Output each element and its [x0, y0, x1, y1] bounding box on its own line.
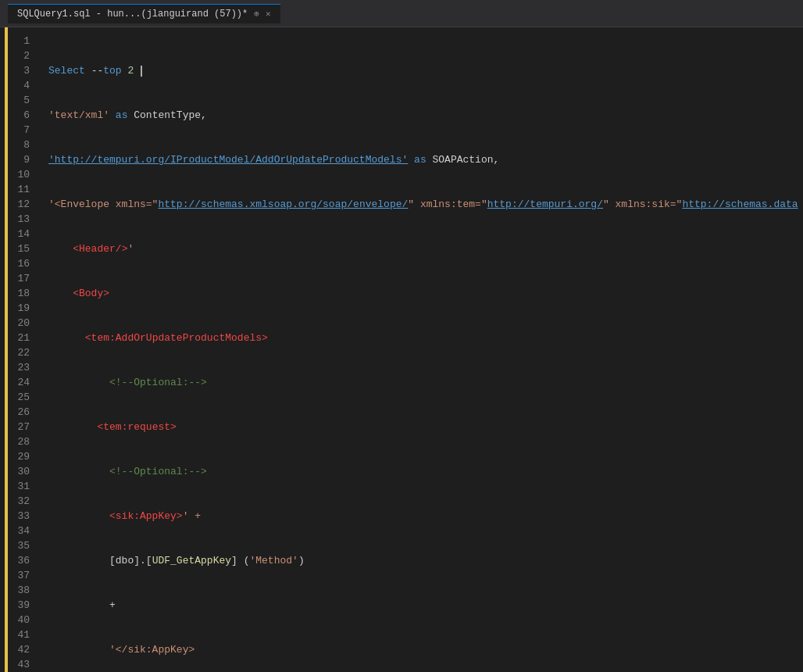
line-number: 10 [14, 167, 30, 182]
editor-container: 1 2 3 4 5 6 7 8 9 10 11 12 13 14 15 16 1… [0, 27, 803, 672]
line-number: 18 [14, 286, 30, 301]
code-line-4: '<Envelope xmlns="http://schemas.xmlsoap… [45, 197, 803, 212]
line-number: 31 [14, 479, 30, 494]
code-line-11: <sik:AppKey>' + [45, 509, 803, 524]
line-number: 32 [14, 494, 30, 509]
line-number: 40 [14, 613, 30, 627]
code-line-8: <!--Optional:--> [45, 375, 803, 390]
line-number: 43 [14, 657, 30, 672]
line-number: 34 [14, 524, 30, 538]
line-number: 12 [14, 197, 30, 212]
code-editor[interactable]: Select --top 2 'text/xml' as ContentType… [39, 27, 803, 672]
line-number: 5 [14, 93, 30, 108]
code-line-3: 'http://tempuri.org/IProductModel/AddOrU… [45, 152, 803, 167]
line-number: 11 [14, 182, 30, 197]
line-number: 20 [14, 316, 30, 331]
line-number: 42 [14, 642, 30, 657]
pin-icon[interactable]: ⊕ [254, 9, 259, 19]
line-number: 21 [14, 331, 30, 345]
line-number: 26 [14, 405, 30, 420]
line-number: 37 [14, 568, 30, 583]
line-number: 17 [14, 271, 30, 286]
line-number: 41 [14, 627, 30, 642]
line-number: 2 [14, 48, 30, 63]
line-number: 19 [14, 301, 30, 316]
code-line-2: 'text/xml' as ContentType, [45, 108, 803, 123]
line-number: 4 [14, 78, 30, 93]
line-number: 1 [14, 34, 30, 48]
code-line-9: <tem:request> [45, 420, 803, 434]
title-bar: SQLQuery1.sql - hun...(jlanguirand (57))… [0, 0, 803, 27]
code-line-5: <Header/>' [45, 241, 803, 256]
line-number: 14 [14, 227, 30, 241]
line-number: 23 [14, 360, 30, 375]
tab-label: SQLQuery1.sql - hun...(jlanguirand (57))… [17, 9, 248, 20]
line-number: 13 [14, 212, 30, 227]
line-number: 16 [14, 256, 30, 271]
line-number: 36 [14, 553, 30, 568]
line-number: 15 [14, 241, 30, 256]
code-line-7: <tem:AddOrUpdateProductModels> [45, 331, 803, 345]
line-number: 7 [14, 123, 30, 138]
code-line-13: + [45, 598, 803, 613]
close-icon[interactable]: ✕ [266, 9, 271, 19]
line-number: 27 [14, 420, 30, 434]
line-number: 8 [14, 138, 30, 152]
line-number: 35 [14, 538, 30, 553]
line-number: 25 [14, 390, 30, 405]
editor-tab[interactable]: SQLQuery1.sql - hun...(jlanguirand (57))… [8, 4, 280, 23]
line-number: 24 [14, 375, 30, 390]
line-number: 28 [14, 434, 30, 449]
line-number: 6 [14, 108, 30, 123]
line-number: 3 [14, 63, 30, 78]
line-number: 39 [14, 598, 30, 613]
line-number: 22 [14, 345, 30, 360]
line-number: 9 [14, 152, 30, 167]
code-line-1: Select --top 2 [45, 63, 803, 78]
line-number: 38 [14, 583, 30, 598]
line-number: 33 [14, 509, 30, 524]
code-line-12: [dbo].[UDF_GetAppKey] ('Method') [45, 553, 803, 568]
line-number: 29 [14, 449, 30, 464]
code-line-6: <Body> [45, 286, 803, 301]
code-line-14: '</sik:AppKey> [45, 642, 803, 657]
line-number: 30 [14, 464, 30, 479]
code-line-10: <!--Optional:--> [45, 464, 803, 479]
line-numbers: 1 2 3 4 5 6 7 8 9 10 11 12 13 14 15 16 1… [8, 27, 39, 672]
